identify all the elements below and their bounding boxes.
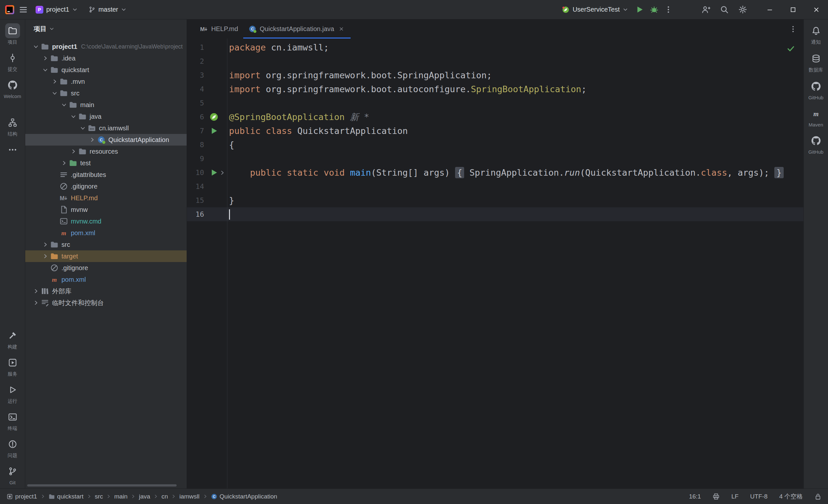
tool-button-github-welcome[interactable]: Welcom <box>0 78 25 99</box>
tool-button-commit[interactable]: 提交 <box>0 50 25 73</box>
code-line-14[interactable]: 14 <box>187 179 803 194</box>
tree-chevron-icon[interactable] <box>41 252 49 260</box>
tool-button-services[interactable]: 服务 <box>0 355 25 377</box>
tree-chevron-icon[interactable] <box>41 240 49 249</box>
fold-chev-icon[interactable] <box>219 170 225 176</box>
debug-button[interactable] <box>650 5 659 14</box>
run-gutter-icon[interactable] <box>210 168 218 177</box>
tree-item-.gitignore[interactable]: .gitignore <box>25 180 187 192</box>
tree-chevron-icon[interactable] <box>69 147 78 156</box>
tab-QuickstartApplication.java[interactable]: CQuickstartApplication.java <box>243 19 350 39</box>
tree-item-src[interactable]: src <box>25 87 187 99</box>
inspection-status-widget[interactable] <box>787 44 795 55</box>
tree-item-.idea[interactable]: .idea <box>25 52 187 64</box>
close-button[interactable] <box>805 0 828 19</box>
code-line-7[interactable]: 7public class QuickstartApplication <box>187 124 803 138</box>
project-widget[interactable]: P project1 <box>32 3 81 16</box>
tree-item-test[interactable]: test <box>25 157 187 169</box>
more-run-options-icon[interactable] <box>664 5 672 13</box>
breadcrumb-src[interactable]: src <box>95 493 103 500</box>
tree-item-.gitignore[interactable]: .gitignore <box>25 262 187 274</box>
tree-item-resources[interactable]: resources <box>25 145 187 157</box>
tree-chevron-icon[interactable] <box>88 135 96 144</box>
tree-item-main[interactable]: main <box>25 99 187 111</box>
caret-position[interactable]: 16:1 <box>689 493 701 500</box>
tool-button-notifications[interactable]: 通知 <box>803 23 828 45</box>
breadcrumb-cn[interactable]: cn <box>161 493 168 500</box>
run-gutter-icon[interactable] <box>210 126 218 135</box>
tree-item-pom.xml[interactable]: mpom.xml <box>25 274 187 285</box>
tree-chevron-icon[interactable] <box>60 100 68 109</box>
minimize-button[interactable] <box>758 0 781 19</box>
tree-chevron-icon[interactable] <box>69 112 78 121</box>
tree-item-QuickstartApplication[interactable]: CQuickstartApplication <box>25 134 187 145</box>
vcs-branch-widget[interactable]: master <box>85 3 130 16</box>
tree-item-pom.xml[interactable]: mpom.xml <box>25 227 187 239</box>
run-button[interactable] <box>635 5 644 14</box>
tree-chevron-icon[interactable] <box>79 124 87 132</box>
project-panel-header[interactable]: 项目 <box>25 19 187 38</box>
tree-chevron-icon[interactable] <box>50 89 59 97</box>
tree-chevron-icon[interactable] <box>41 54 49 62</box>
tree-item-HELP.md[interactable]: MHELP.md <box>25 192 187 204</box>
code-line-9[interactable]: 9 <box>187 152 803 166</box>
breadcrumb-project1[interactable]: project1 <box>6 493 37 500</box>
breadcrumb-QuickstartApplication[interactable]: CQuickstartApplication <box>211 493 277 500</box>
tool-button-more-tools[interactable] <box>0 142 25 157</box>
code-line-8[interactable]: 8{ <box>187 138 803 152</box>
code-line-5[interactable]: 5 <box>187 96 803 110</box>
tab-HELP.md[interactable]: MHELP.md <box>195 19 243 39</box>
tool-button-build[interactable]: 构建 <box>0 328 25 350</box>
tool-button-github-2[interactable]: GitHub <box>803 133 828 155</box>
lock-icon[interactable] <box>815 493 822 500</box>
code-line-4[interactable]: 4import org.springframework.boot.autocon… <box>187 82 803 96</box>
tree-item-临时文件和控制台[interactable]: 临时文件和控制台 <box>25 297 187 308</box>
project-panel-hscrollbar[interactable] <box>27 484 177 487</box>
file-encoding[interactable]: UTF-8 <box>750 493 768 500</box>
tool-button-terminal[interactable]: 终端 <box>0 410 25 431</box>
main-menu-icon[interactable] <box>19 5 28 14</box>
code-line-6[interactable]: 6@SpringBootApplication 新 * <box>187 110 803 124</box>
tree-item-外部库[interactable]: 外部库 <box>25 285 187 297</box>
tree-chevron-icon[interactable] <box>41 66 49 74</box>
breadcrumb-quickstart[interactable]: quickstart <box>48 493 83 500</box>
editor-tabs-more-icon[interactable] <box>789 25 797 33</box>
tree-chevron-icon[interactable] <box>50 77 59 86</box>
breadcrumb-java[interactable]: java <box>139 493 150 500</box>
line-separator[interactable]: LF <box>731 493 738 500</box>
code-line-10[interactable]: 10 public static void main(String[] args… <box>187 166 803 179</box>
spring-icon[interactable] <box>210 113 218 121</box>
tree-item-cn.iamwsll[interactable]: cn.iamwsll <box>25 122 187 134</box>
tree-item-quickstart[interactable]: quickstart <box>25 64 187 76</box>
tree-chevron-icon[interactable] <box>60 159 68 167</box>
tool-button-github-1[interactable]: GitHub <box>803 79 828 100</box>
tool-button-project[interactable]: 项目 <box>0 23 25 45</box>
tree-item-mvnw.cmd[interactable]: mvnw.cmd <box>25 215 187 227</box>
code-editor[interactable]: 1package cn.iamwsll;23import org.springf… <box>187 39 803 489</box>
tree-chevron-icon[interactable] <box>32 42 40 51</box>
tool-button-run[interactable]: 运行 <box>0 382 25 404</box>
tool-button-maven[interactable]: mMaven <box>803 106 828 127</box>
tool-button-git[interactable]: Git <box>0 464 25 485</box>
tree-item-project1[interactable]: project1C:\code\JavaLearning\JavaWeb\pro… <box>25 41 187 52</box>
code-line-2[interactable]: 2 <box>187 54 803 68</box>
run-configuration-selector[interactable]: UserServiceTest <box>561 4 629 15</box>
printer-icon[interactable] <box>712 493 720 500</box>
tree-item-target[interactable]: target <box>25 250 187 262</box>
tool-button-problems[interactable]: 问题 <box>0 437 25 459</box>
tree-chevron-icon[interactable] <box>32 287 40 295</box>
search-everywhere-icon[interactable] <box>720 5 729 14</box>
code-line-3[interactable]: 3import org.springframework.boot.SpringA… <box>187 68 803 82</box>
tool-button-database[interactable]: 数据库 <box>803 51 828 73</box>
code-with-me-icon[interactable] <box>702 5 710 14</box>
breadcrumb-main[interactable]: main <box>114 493 127 500</box>
code-line-15[interactable]: 15} <box>187 194 803 207</box>
tree-item-src[interactable]: src <box>25 239 187 250</box>
code-line-16[interactable]: 16 <box>187 207 803 221</box>
tool-button-structure[interactable]: 结构 <box>0 115 25 137</box>
tree-chevron-icon[interactable] <box>32 299 40 307</box>
indent-setting[interactable]: 4 个空格 <box>779 492 803 501</box>
tree-item-.gitattributes[interactable]: .gitattributes <box>25 169 187 180</box>
tree-item-java[interactable]: java <box>25 111 187 122</box>
tab-close-icon[interactable] <box>337 25 345 33</box>
